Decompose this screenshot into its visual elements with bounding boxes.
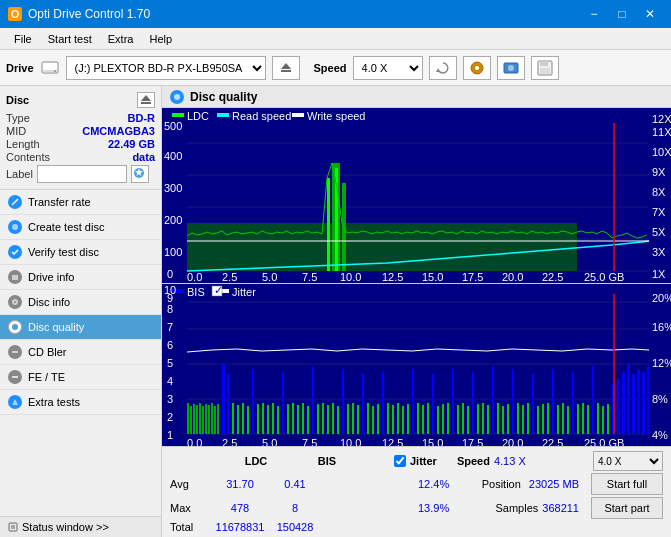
sidebar-item-disc-quality[interactable]: Disc quality xyxy=(0,315,161,340)
drive-select[interactable]: (J:) PLEXTOR BD-R PX-LB950SA 1.04 xyxy=(66,56,266,80)
svg-rect-197 xyxy=(527,403,529,434)
sidebar-item-cd-bler[interactable]: CD Bler xyxy=(0,340,161,365)
svg-text:4%: 4% xyxy=(652,429,668,441)
svg-rect-140 xyxy=(572,372,574,434)
svg-point-21 xyxy=(14,301,16,303)
speed-select-stats[interactable]: 4.0 X xyxy=(593,451,663,471)
sidebar-item-drive-info[interactable]: Drive info xyxy=(0,265,161,290)
svg-rect-136 xyxy=(492,366,494,434)
nav-icon-drive-info xyxy=(8,270,22,284)
sidebar: Disc Type BD-R MID CMCMAGBA3 Length 22.4… xyxy=(0,86,162,537)
sidebar-item-extra-tests[interactable]: Extra tests xyxy=(0,390,161,415)
svg-text:10X: 10X xyxy=(652,146,671,158)
svg-rect-208 xyxy=(602,406,604,434)
sidebar-item-verify-test-disc[interactable]: Verify test disc xyxy=(0,240,161,265)
svg-rect-196 xyxy=(522,405,524,434)
svg-rect-198 xyxy=(537,406,539,434)
svg-text:LDC: LDC xyxy=(187,110,209,122)
svg-rect-141 xyxy=(592,366,594,434)
sidebar-item-fe-te[interactable]: FE / TE xyxy=(0,365,161,390)
length-label: Length xyxy=(6,138,40,150)
sidebar-item-disc-info[interactable]: Disc info xyxy=(0,290,161,315)
svg-rect-146 xyxy=(632,374,635,434)
mid-value: CMCMAGBA3 xyxy=(82,125,155,137)
svg-text:5: 5 xyxy=(167,357,173,369)
max-ldc: 478 xyxy=(210,502,270,514)
svg-text:12.5: 12.5 xyxy=(382,271,403,283)
svg-rect-193 xyxy=(502,406,504,434)
start-part-button[interactable]: Start part xyxy=(591,497,663,519)
svg-point-22 xyxy=(12,324,18,330)
speed-label: Speed xyxy=(314,62,347,74)
svg-rect-205 xyxy=(582,403,584,434)
label-icon-button[interactable]: ★ xyxy=(131,165,149,183)
svg-text:1: 1 xyxy=(167,429,173,441)
avg-bis: 0.41 xyxy=(270,478,320,490)
sidebar-item-create-test-disc[interactable]: Create test disc xyxy=(0,215,161,240)
svg-rect-209 xyxy=(607,404,609,434)
svg-text:5.0: 5.0 xyxy=(262,271,277,283)
save-icon-btn[interactable] xyxy=(531,56,559,80)
svg-rect-149 xyxy=(647,366,649,434)
label-input[interactable] xyxy=(37,165,127,183)
menu-file[interactable]: File xyxy=(6,31,40,47)
svg-marker-5 xyxy=(436,68,440,72)
svg-point-7 xyxy=(475,66,479,70)
svg-rect-207 xyxy=(597,403,599,434)
sidebar-item-transfer-rate[interactable]: Transfer rate xyxy=(0,190,161,215)
status-window-toggle[interactable]: Status window >> xyxy=(0,516,161,537)
disc-title: Disc xyxy=(6,94,29,106)
svg-rect-31 xyxy=(172,113,184,117)
nav-icon-fe-te xyxy=(8,370,22,384)
svg-rect-161 xyxy=(297,405,299,434)
close-button[interactable]: ✕ xyxy=(637,5,663,23)
media-icon-btn[interactable] xyxy=(497,56,525,80)
refresh-icon-btn[interactable] xyxy=(429,56,457,80)
svg-rect-185 xyxy=(447,403,449,434)
svg-text:7.5: 7.5 xyxy=(302,437,317,446)
eject-button[interactable] xyxy=(272,56,300,80)
svg-text:8: 8 xyxy=(167,303,173,315)
svg-rect-23 xyxy=(12,351,18,353)
samples-value: 368211 xyxy=(542,502,579,514)
svg-rect-200 xyxy=(547,403,549,434)
start-full-button[interactable]: Start full xyxy=(591,473,663,495)
svg-point-29 xyxy=(174,94,180,100)
svg-rect-176 xyxy=(392,405,394,434)
disc-icon-btn[interactable] xyxy=(463,56,491,80)
svg-rect-199 xyxy=(542,404,544,434)
svg-rect-164 xyxy=(317,404,319,434)
svg-text:7X: 7X xyxy=(652,206,666,218)
svg-rect-119 xyxy=(205,404,207,434)
svg-rect-168 xyxy=(337,406,339,434)
svg-rect-122 xyxy=(214,406,216,434)
max-jitter: 13.9% xyxy=(418,502,449,514)
sidebar-nav: Transfer rate Create test disc Verify te… xyxy=(0,190,161,516)
menu-help[interactable]: Help xyxy=(141,31,180,47)
nav-label-cd-bler: CD Bler xyxy=(28,346,67,358)
maximize-button[interactable]: □ xyxy=(609,5,635,23)
svg-line-17 xyxy=(12,199,18,205)
svg-text:22.5: 22.5 xyxy=(542,437,563,446)
speed-stat-label: Speed xyxy=(457,455,490,467)
menu-extra[interactable]: Extra xyxy=(100,31,142,47)
svg-text:15.0: 15.0 xyxy=(422,271,443,283)
nav-label-fe-te: FE / TE xyxy=(28,371,65,383)
svg-rect-11 xyxy=(540,61,548,66)
menu-start-test[interactable]: Start test xyxy=(40,31,100,47)
svg-rect-144 xyxy=(622,372,625,434)
speed-select[interactable]: 4.0 X xyxy=(353,56,423,80)
svg-rect-26 xyxy=(9,523,17,531)
svg-rect-152 xyxy=(242,403,244,434)
nav-label-disc-info: Disc info xyxy=(28,296,70,308)
chart-title: Disc quality xyxy=(190,90,257,104)
minimize-button[interactable]: − xyxy=(581,5,607,23)
jitter-checkbox[interactable] xyxy=(394,455,406,467)
position-value: 23025 MB xyxy=(529,478,579,490)
disc-eject-button[interactable] xyxy=(137,92,155,108)
svg-rect-124 xyxy=(222,364,225,434)
svg-text:200: 200 xyxy=(164,214,182,226)
menu-bar: File Start test Extra Help xyxy=(0,28,671,50)
svg-text:1X: 1X xyxy=(652,268,666,280)
svg-rect-158 xyxy=(277,406,279,434)
